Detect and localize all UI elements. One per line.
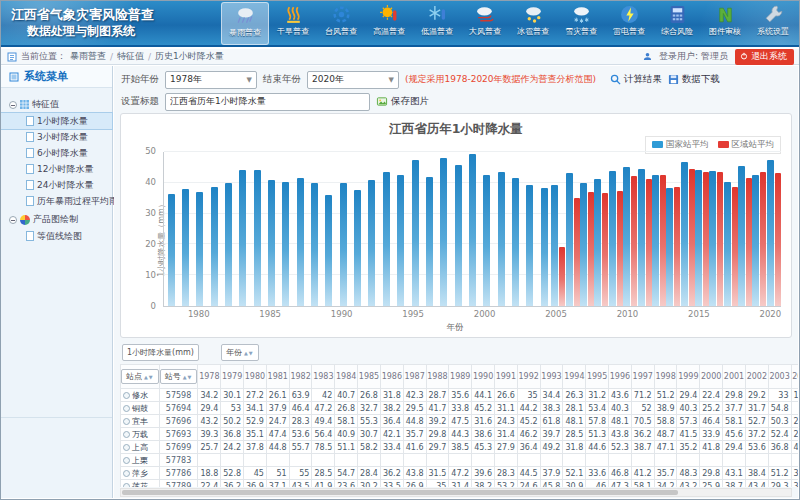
legend-item-regional[interactable]: 区域站平均 <box>718 139 775 151</box>
toolbar-item-rainstorm[interactable]: 暴雨普查 <box>221 2 269 45</box>
year-column-header-2000[interactable]: 2000 <box>700 365 723 389</box>
year-column-header-1997[interactable]: 1997 <box>631 365 654 389</box>
year-column-header-1988[interactable]: 1988 <box>426 365 449 389</box>
row-expand-icon[interactable] <box>123 418 130 425</box>
breadcrumb-segment[interactable]: 暴雨普查 <box>70 50 106 63</box>
station-name-cell[interactable]: 宜丰 <box>121 415 160 428</box>
year-column-header-1994[interactable]: 1994 <box>563 365 586 389</box>
toolbar-item-drought[interactable]: 干旱普查 <box>269 2 317 45</box>
breadcrumb-segment[interactable]: 特征值 <box>117 50 144 63</box>
sidebar-item-3h-precip[interactable]: 3小时降水量 <box>1 129 112 145</box>
row-expand-icon[interactable] <box>123 431 130 438</box>
collapse-icon[interactable] <box>9 101 17 109</box>
year-column-header-1979[interactable]: 1979 <box>221 365 244 389</box>
year-column-header-2002[interactable]: 2002 <box>745 365 768 389</box>
table-row-57696[interactable]: 宜丰5769643.250.252.924.728.349.458.155.33… <box>121 415 799 428</box>
toolbar-item-snow[interactable]: 雪灾普查 <box>557 2 605 45</box>
year-sort-control[interactable]: 年份 ▲▼ <box>221 344 259 361</box>
table-row-57783[interactable]: 上栗57783 <box>121 454 799 467</box>
measure-selector[interactable]: 1小时降水量(mm) <box>122 344 199 361</box>
bar-national-2013 <box>666 188 673 306</box>
year-column-header-1992[interactable]: 1992 <box>517 365 540 389</box>
end-year-select[interactable]: 2020年 ▼ <box>307 71 399 89</box>
legend-item-national[interactable]: 国家站平均 <box>652 139 709 151</box>
year-column-header-1998[interactable]: 1998 <box>654 365 677 389</box>
start-year-select[interactable]: 1978年 ▼ <box>165 71 257 89</box>
year-column-header-1982[interactable]: 1982 <box>289 365 312 389</box>
year-column-header-1995[interactable]: 1995 <box>586 365 609 389</box>
station-name-cell[interactable]: 莲花 <box>121 480 160 488</box>
toolbar-item-typhoon[interactable]: 台风普查 <box>317 2 365 45</box>
year-column-header-2003[interactable]: 2003 <box>768 365 791 389</box>
table-row-57694[interactable]: 铜鼓5769429.45334.137.946.447.226.832.738.… <box>121 402 799 415</box>
sidebar-item-1h-precip[interactable]: 1小时降水量 <box>1 113 112 129</box>
station-column-header[interactable]: 站点▲▼ <box>121 365 160 389</box>
row-expand-icon[interactable] <box>123 392 130 399</box>
row-expand-icon[interactable] <box>123 444 130 451</box>
value-cell: 53.6 <box>289 428 312 441</box>
sidebar-item-12h-precip[interactable]: 12小时降水量 <box>1 161 112 177</box>
toolbar-item-lightning[interactable]: 雷电普查 <box>605 2 653 45</box>
year-column-header-2004[interactable]: 2004 <box>791 365 798 389</box>
toolbar-item-hail[interactable]: 冰雹普查 <box>509 2 557 45</box>
year-column-header-1996[interactable]: 1996 <box>609 365 632 389</box>
row-expand-icon[interactable] <box>123 457 130 464</box>
year-column-header-1999[interactable]: 1999 <box>677 365 700 389</box>
sidebar-item-24h-precip[interactable]: 24小时降水量 <box>1 177 112 193</box>
sidebar-item-storm-process-avg[interactable]: 历年暴雨过程平均雨量 <box>1 193 112 209</box>
row-expand-icon[interactable] <box>123 470 130 477</box>
year-column-header-1990[interactable]: 1990 <box>472 365 495 389</box>
year-column-header-1991[interactable]: 1991 <box>494 365 517 389</box>
save-image-button[interactable]: 保存图片 <box>376 95 429 108</box>
tree-group-feature-values[interactable]: 特征值 <box>1 96 112 113</box>
year-column-header-1986[interactable]: 1986 <box>380 365 403 389</box>
year-column-header-1983[interactable]: 1983 <box>312 365 335 389</box>
collapse-icon[interactable] <box>9 216 17 224</box>
row-expand-icon[interactable] <box>123 405 130 412</box>
year-column-header-1987[interactable]: 1987 <box>403 365 426 389</box>
station-name-cell[interactable]: 萍乡 <box>121 467 160 480</box>
station-name-cell[interactable]: 上栗 <box>121 454 160 467</box>
toolbar-item-settings[interactable]: 系统设置 <box>749 2 797 45</box>
scrollbar-thumb[interactable] <box>122 490 678 495</box>
table-row-57699[interactable]: 上高5769925.724.237.844.855.778.551.158.23… <box>121 441 799 454</box>
year-column-header-1978[interactable]: 1978 <box>198 365 221 389</box>
bar-national-2017 <box>724 182 731 306</box>
table-row-57789[interactable]: 莲花5778922.436.236.937.143.541.923.630.23… <box>121 480 799 488</box>
toolbar-item-low-temp[interactable]: 低温普查 <box>413 2 461 45</box>
station-name-cell[interactable]: 铜鼓 <box>121 402 160 415</box>
value-cell: 26.8 <box>358 389 381 402</box>
tree-group-product-maps[interactable]: 产品图绘制 <box>1 211 112 228</box>
calculate-button[interactable]: 计算结果 <box>610 73 662 86</box>
year-column-header-1984[interactable]: 1984 <box>335 365 358 389</box>
year-column-header-2001[interactable]: 2001 <box>723 365 746 389</box>
sidebar-item-6h-precip[interactable]: 6小时降水量 <box>1 145 112 161</box>
sidebar-item-isoline-map[interactable]: 等值线绘图 <box>1 228 112 244</box>
station-id-cell: 57693 <box>159 428 198 441</box>
value-cell: 36.4 <box>380 415 403 428</box>
logout-button[interactable]: 退出系统 <box>735 49 794 65</box>
station-id-column-header[interactable]: 站号▲▼ <box>159 365 198 389</box>
table-row-57598[interactable]: 修水5759834.230.127.226.163.94240.726.831.… <box>121 389 799 402</box>
download-data-button[interactable]: 数据下载 <box>668 73 720 86</box>
station-name-cell[interactable]: 万载 <box>121 428 160 441</box>
year-column-header-1980[interactable]: 1980 <box>244 365 267 389</box>
year-column-header-1993[interactable]: 1993 <box>540 365 563 389</box>
toolbar-item-wind[interactable]: 大风普查 <box>461 2 509 45</box>
value-cell: 47.4 <box>266 428 289 441</box>
year-column-header-1989[interactable]: 1989 <box>449 365 472 389</box>
breadcrumb-segment[interactable]: 历史1小时降水量 <box>155 50 224 63</box>
year-column-header-1985[interactable]: 1985 <box>358 365 381 389</box>
table-row-57786[interactable]: 萍乡5778618.852.845515528.554.728.436.243.… <box>121 467 799 480</box>
year-column-header-1981[interactable]: 1981 <box>266 365 289 389</box>
toolbar-item-composite-risk[interactable]: 综合风险 <box>653 2 701 45</box>
horizontal-scrollbar[interactable] <box>120 488 792 497</box>
menu-tree: 特征值 1小时降水量 3小时降水量 6小时降水量 12小时降水量 24小时降水量 <box>1 88 112 418</box>
chart-title-input[interactable] <box>165 93 370 111</box>
toolbar-item-map-review[interactable]: 图件审核 <box>701 2 749 45</box>
toolbar-item-high-temp[interactable]: 高温普查 <box>365 2 413 45</box>
station-name-cell[interactable]: 上高 <box>121 441 160 454</box>
row-expand-icon[interactable] <box>123 483 130 488</box>
station-name-cell[interactable]: 修水 <box>121 389 160 402</box>
table-row-57693[interactable]: 万载5769339.336.835.147.453.656.440.930.74… <box>121 428 799 441</box>
